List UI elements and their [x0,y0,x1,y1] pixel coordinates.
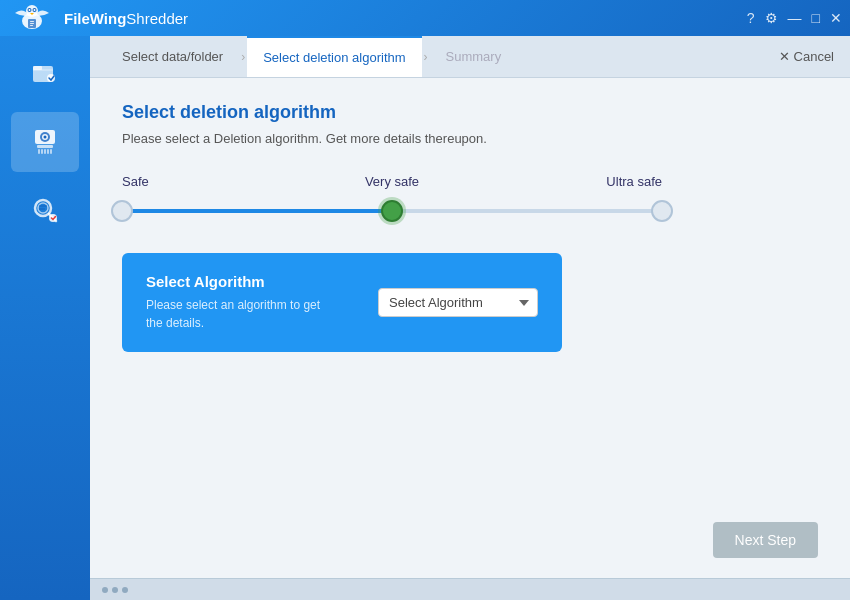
close-button[interactable]: ✕ [830,10,842,26]
slider-labels: Safe Very safe Ultra safe [122,174,662,189]
svg-rect-18 [38,149,40,154]
main-content: Select deletion algorithm Please select … [90,78,850,522]
svg-point-16 [44,136,47,139]
breadcrumb-step-2[interactable]: Select deletion algorithm [247,36,421,77]
svg-point-4 [29,9,31,11]
svg-point-24 [38,203,48,213]
breadcrumb-step-1[interactable]: Select data/folder [106,36,239,77]
algorithm-card: Select Algorithm Please select an algori… [122,253,562,352]
svg-rect-7 [30,21,34,22]
settings-button[interactable]: ⚙ [765,10,778,26]
svg-point-5 [34,9,36,11]
app-body: Select data/folder › Select deletion alg… [0,36,850,600]
section-title: Select deletion algorithm [122,102,818,123]
section-description: Please select a Deletion algorithm. Get … [122,131,818,146]
status-dots [102,587,128,593]
next-step-button[interactable]: Next Step [713,522,818,558]
breadcrumb-step-3: Summary [430,36,518,77]
app-logo [8,0,56,36]
breadcrumb-arrow-1: › [241,50,245,64]
slider-thumb-center[interactable] [381,200,403,222]
slider-label-safe: Safe [122,174,202,189]
status-dot-1 [102,587,108,593]
slider-track-wrapper[interactable] [122,197,662,225]
svg-rect-19 [41,149,43,154]
bottom-bar: Next Step [90,522,850,578]
svg-rect-22 [50,149,52,154]
title-bar-left: FileWingShredder [8,0,188,36]
svg-rect-8 [30,23,34,24]
help-button[interactable]: ? [747,10,755,26]
slider-track [122,209,662,213]
content-area: Select data/folder › Select deletion alg… [90,36,850,600]
status-dot-2 [112,587,118,593]
algorithm-card-title: Select Algorithm [146,273,358,290]
breadcrumb-arrow-2: › [424,50,428,64]
breadcrumb-bar: Select data/folder › Select deletion alg… [90,36,850,78]
algorithm-card-text: Select Algorithm Please select an algori… [146,273,358,332]
sidebar-item-shredder[interactable] [11,112,79,172]
status-dot-3 [122,587,128,593]
minimize-button[interactable]: — [788,10,802,26]
cancel-button[interactable]: ✕ Cancel [779,49,834,64]
slider-fill [122,209,392,213]
slider-thumb-left[interactable] [111,200,133,222]
svg-rect-17 [37,145,53,148]
slider-thumb-right[interactable] [651,200,673,222]
slider-label-ultra-safe: Ultra safe [582,174,662,189]
sidebar-item-erase[interactable] [11,180,79,240]
slider-section: Safe Very safe Ultra safe [122,174,818,225]
title-bar-controls: ? ⚙ — □ ✕ [747,10,842,26]
svg-rect-11 [33,66,42,70]
svg-rect-21 [47,149,49,154]
app-title: FileWingShredder [64,10,188,27]
sidebar-item-files[interactable] [11,44,79,104]
svg-point-28 [49,214,57,222]
maximize-button[interactable]: □ [812,10,820,26]
sidebar [0,36,90,600]
algorithm-dropdown[interactable]: Select Algorithm DoD 5220.22-M Gutmann (… [378,288,538,317]
svg-rect-9 [30,25,33,26]
title-bar: FileWingShredder ? ⚙ — □ ✕ [0,0,850,36]
algorithm-card-description: Please select an algorithm to getthe det… [146,296,358,332]
status-bar [90,578,850,600]
slider-label-very-safe: Very safe [332,174,452,189]
svg-rect-20 [44,149,46,154]
